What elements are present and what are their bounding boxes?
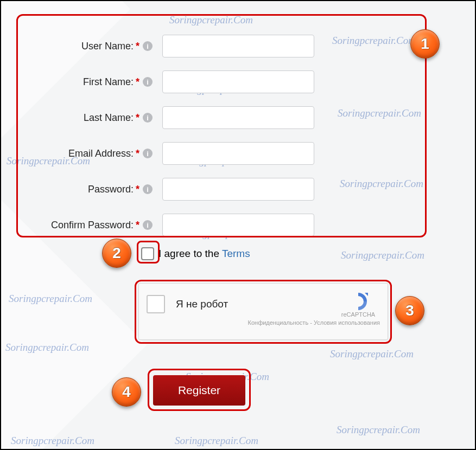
info-icon[interactable]: i bbox=[143, 41, 153, 51]
confirm-password-input[interactable] bbox=[162, 214, 314, 236]
watermark: Soringpcrepair.Com bbox=[341, 249, 424, 261]
recaptcha-brand: reCAPTCHA bbox=[341, 311, 375, 318]
svg-marker-0 bbox=[365, 293, 368, 296]
label-text: Confirm Password: bbox=[51, 220, 134, 231]
lastname-input[interactable] bbox=[162, 106, 314, 129]
field-row-email: Email Address: * i bbox=[1, 136, 376, 171]
email-input[interactable] bbox=[162, 142, 314, 165]
annotation-badge-1: 1 bbox=[410, 29, 440, 59]
required-marker: * bbox=[136, 148, 139, 159]
required-marker: * bbox=[136, 112, 139, 124]
field-row-password: Password: * i bbox=[1, 171, 376, 207]
label-text: Password: bbox=[88, 184, 134, 195]
info-icon[interactable]: i bbox=[143, 77, 153, 87]
watermark: Soringpcrepair.Com bbox=[175, 435, 258, 447]
annotation-badge-3: 3 bbox=[395, 296, 424, 325]
recaptcha-sep: - bbox=[308, 319, 314, 326]
agree-row: I agree to the Terms bbox=[141, 247, 250, 260]
info-icon[interactable]: i bbox=[143, 184, 153, 194]
recaptcha-checkbox[interactable] bbox=[147, 295, 165, 313]
terms-link[interactable]: Terms bbox=[222, 248, 250, 259]
confirm-password-label: Confirm Password: * i bbox=[1, 220, 156, 231]
annotation-badge-4: 4 bbox=[112, 377, 141, 407]
annotation-badge-2: 2 bbox=[102, 239, 131, 268]
info-icon[interactable]: i bbox=[143, 149, 153, 158]
required-marker: * bbox=[136, 220, 139, 231]
password-label: Password: * i bbox=[1, 184, 156, 195]
recaptcha-label: Я не робот bbox=[176, 298, 326, 310]
label-text: First Name: bbox=[83, 76, 134, 88]
recaptcha-privacy-link[interactable]: Конфиденциальность bbox=[248, 319, 309, 326]
recaptcha-logo: reCAPTCHA bbox=[337, 291, 380, 318]
info-icon[interactable]: i bbox=[143, 113, 153, 123]
field-row-lastname: Last Name: * i bbox=[1, 100, 376, 136]
agree-text: I agree to the Terms bbox=[158, 248, 250, 260]
recaptcha-terms-link[interactable]: Условия использования bbox=[314, 319, 380, 326]
recaptcha-footer: Конфиденциальность - Условия использован… bbox=[147, 319, 380, 326]
required-marker: * bbox=[136, 76, 139, 88]
lastname-label: Last Name: * i bbox=[1, 112, 156, 124]
registration-form: User Name: * i First Name: * i Last Name… bbox=[1, 28, 376, 243]
info-icon[interactable]: i bbox=[143, 220, 153, 230]
username-label: User Name: * i bbox=[1, 41, 156, 52]
register-button[interactable]: Register bbox=[153, 375, 245, 406]
watermark: Soringpcrepair.Com bbox=[330, 348, 414, 360]
agree-pre: I agree to the bbox=[158, 248, 222, 259]
field-row-username: User Name: * i bbox=[1, 28, 376, 64]
email-label: Email Address: * i bbox=[1, 148, 156, 159]
label-text: Last Name: bbox=[84, 112, 134, 124]
recaptcha-icon bbox=[347, 291, 369, 312]
field-row-confirm-password: Confirm Password: * i bbox=[1, 207, 376, 243]
required-marker: * bbox=[136, 41, 139, 52]
field-row-firstname: First Name: * i bbox=[1, 64, 376, 100]
label-text: User Name: bbox=[81, 41, 134, 52]
agree-checkbox[interactable] bbox=[141, 247, 154, 260]
firstname-label: First Name: * i bbox=[1, 76, 156, 88]
label-text: Email Address: bbox=[68, 148, 134, 159]
required-marker: * bbox=[136, 184, 139, 195]
watermark: Soringpcrepair.Com bbox=[169, 14, 253, 26]
password-input[interactable] bbox=[162, 178, 314, 201]
username-input[interactable] bbox=[162, 35, 314, 57]
watermark: Soringpcrepair.Com bbox=[337, 424, 420, 436]
recaptcha-widget: Я не робот reCAPTCHA Конфиденциальность … bbox=[138, 283, 388, 340]
firstname-input[interactable] bbox=[162, 70, 314, 93]
